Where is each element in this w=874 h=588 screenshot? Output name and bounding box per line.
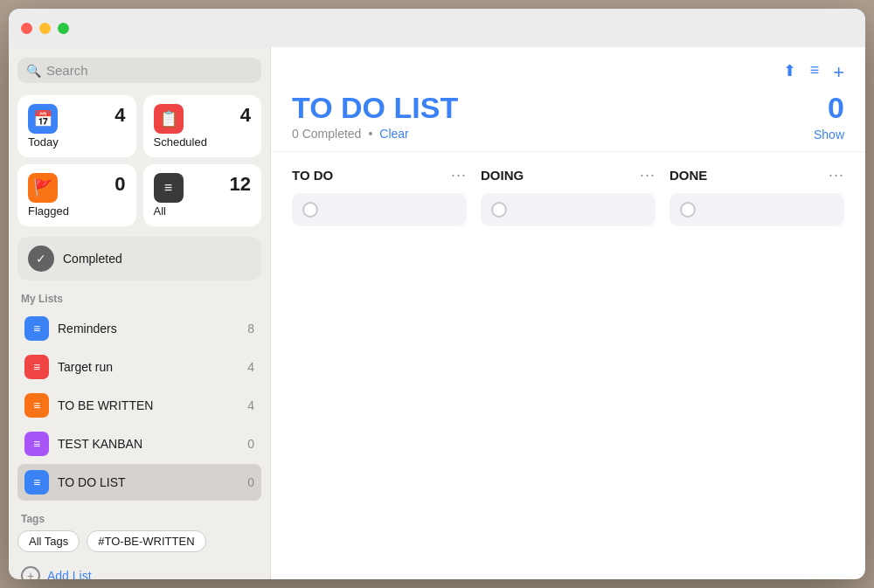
done-col-title: DONE <box>669 168 707 183</box>
fullscreen-button[interactable] <box>58 23 69 34</box>
panel-subtitle: 0 Completed • Clear <box>292 127 409 141</box>
todo-list-icon: ≡ <box>24 470 49 495</box>
done-col-header: DONE ··· <box>669 166 844 184</box>
app-window: 🔍 Search 📅 4 Today 📋 4 <box>9 9 865 579</box>
main-panel: ⬆ ≡ + TO DO LIST 0 0 Completed • Clear <box>271 47 865 579</box>
today-count: 4 <box>114 104 125 127</box>
doing-radio[interactable] <box>491 202 507 218</box>
target-run-count: 4 <box>247 360 254 374</box>
completed-count-text: 0 Completed <box>292 127 361 141</box>
subtitle-dot: • <box>368 127 372 141</box>
todo-col-header: TO DO ··· <box>292 166 467 184</box>
reminders-count: 8 <box>247 322 254 336</box>
sidebar-item-target-run[interactable]: ≡ Target run 4 <box>17 349 261 385</box>
kanban-column-done: DONE ··· <box>662 166 844 565</box>
kanban-board: TO DO ··· DOING ··· <box>271 152 865 579</box>
main-content: 🔍 Search 📅 4 Today 📋 4 <box>9 47 865 579</box>
title-bar <box>9 9 865 47</box>
todo-radio[interactable] <box>302 202 318 218</box>
to-be-written-count: 4 <box>247 398 254 412</box>
smart-card-scheduled[interactable]: 📋 4 Scheduled <box>143 95 262 157</box>
tags-section: Tags All Tags #TO-BE-WRITTEN <box>17 513 261 552</box>
target-run-label: Target run <box>58 360 239 374</box>
sidebar-item-test-kanban[interactable]: ≡ TEST KANBAN 0 <box>17 425 261 462</box>
add-list-button[interactable]: + Add List <box>17 561 261 579</box>
doing-col-menu[interactable]: ··· <box>640 166 656 184</box>
view-options-icon[interactable]: ≡ <box>810 61 820 84</box>
minimize-button[interactable] <box>39 23 51 34</box>
today-label: Today <box>28 135 126 149</box>
to-be-written-icon: ≡ <box>24 393 49 418</box>
smart-card-flagged[interactable]: 🚩 0 Flagged <box>17 164 136 226</box>
test-kanban-count: 0 <box>247 437 254 451</box>
reminders-icon: ≡ <box>24 316 49 341</box>
todo-list-label: TO DO LIST <box>58 475 239 489</box>
tags-row: All Tags #TO-BE-WRITTEN <box>17 530 261 552</box>
traffic-lights <box>21 23 69 34</box>
add-list-icon: + <box>21 566 40 579</box>
all-label: All <box>154 204 252 218</box>
sidebar-item-to-be-written[interactable]: ≡ TO BE WRITTEN 4 <box>17 387 261 424</box>
my-lists-title: My Lists <box>17 293 261 305</box>
todo-list-count: 0 <box>247 475 254 489</box>
completed-label: Completed <box>63 252 122 266</box>
sidebar-item-todo-list[interactable]: ≡ TO DO LIST 0 <box>17 464 261 501</box>
all-icon: ≡ <box>154 173 184 203</box>
flagged-icon: 🚩 <box>28 173 58 203</box>
test-kanban-label: TEST KANBAN <box>58 437 239 451</box>
doing-add-card[interactable] <box>481 193 656 226</box>
doing-col-title: DOING <box>481 168 524 183</box>
tag-to-be-written[interactable]: #TO-BE-WRITTEN <box>87 530 205 552</box>
kanban-column-doing: DOING ··· <box>474 166 662 565</box>
sidebar: 🔍 Search 📅 4 Today 📋 4 <box>9 47 271 579</box>
completed-card[interactable]: ✓ Completed <box>17 237 261 280</box>
close-button[interactable] <box>21 23 32 34</box>
panel-header: ⬆ ≡ + TO DO LIST 0 0 Completed • Clear <box>271 47 865 152</box>
smart-card-today[interactable]: 📅 4 Today <box>17 95 136 157</box>
add-reminder-icon[interactable]: + <box>833 61 844 84</box>
smart-lists-grid: 📅 4 Today 📋 4 Scheduled 🚩 <box>17 95 261 226</box>
done-add-card[interactable] <box>669 193 844 226</box>
kanban-column-todo: TO DO ··· <box>292 166 474 565</box>
target-run-icon: ≡ <box>24 355 49 379</box>
panel-title: TO DO LIST <box>292 91 458 125</box>
today-icon: 📅 <box>28 104 58 134</box>
done-radio[interactable] <box>680 202 696 218</box>
flagged-label: Flagged <box>28 204 126 218</box>
all-count: 12 <box>230 173 251 196</box>
completed-icon: ✓ <box>28 246 54 272</box>
tags-title: Tags <box>17 513 261 525</box>
search-icon: 🔍 <box>26 64 41 78</box>
test-kanban-icon: ≡ <box>24 432 49 456</box>
panel-toolbar: ⬆ ≡ + <box>292 61 844 84</box>
add-list-label: Add List <box>47 569 92 579</box>
show-button[interactable]: Show <box>814 128 844 142</box>
panel-title-row: TO DO LIST 0 <box>292 91 844 125</box>
panel-count: 0 <box>828 91 844 125</box>
doing-col-header: DOING ··· <box>481 166 656 184</box>
search-placeholder: Search <box>46 63 88 78</box>
scheduled-icon: 📋 <box>154 104 184 134</box>
to-be-written-label: TO BE WRITTEN <box>58 398 239 412</box>
scheduled-label: Scheduled <box>154 135 252 149</box>
clear-button[interactable]: Clear <box>379 127 408 141</box>
flagged-count: 0 <box>114 173 125 196</box>
todo-add-card[interactable] <box>292 193 467 226</box>
done-col-menu[interactable]: ··· <box>829 166 844 184</box>
panel-subtitle-row: 0 Completed • Clear Show <box>292 125 844 144</box>
share-icon[interactable]: ⬆ <box>783 61 796 84</box>
smart-card-all[interactable]: ≡ 12 All <box>143 164 262 226</box>
todo-col-title: TO DO <box>292 168 333 183</box>
reminders-label: Reminders <box>58 322 239 336</box>
search-bar[interactable]: 🔍 Search <box>17 58 261 83</box>
my-lists: ≡ Reminders 8 ≡ Target run 4 ≡ TO BE WRI… <box>17 310 261 501</box>
sidebar-item-reminders[interactable]: ≡ Reminders 8 <box>17 310 261 347</box>
todo-col-menu[interactable]: ··· <box>451 166 467 184</box>
scheduled-count: 4 <box>240 104 251 127</box>
tag-all-tags[interactable]: All Tags <box>17 530 80 552</box>
